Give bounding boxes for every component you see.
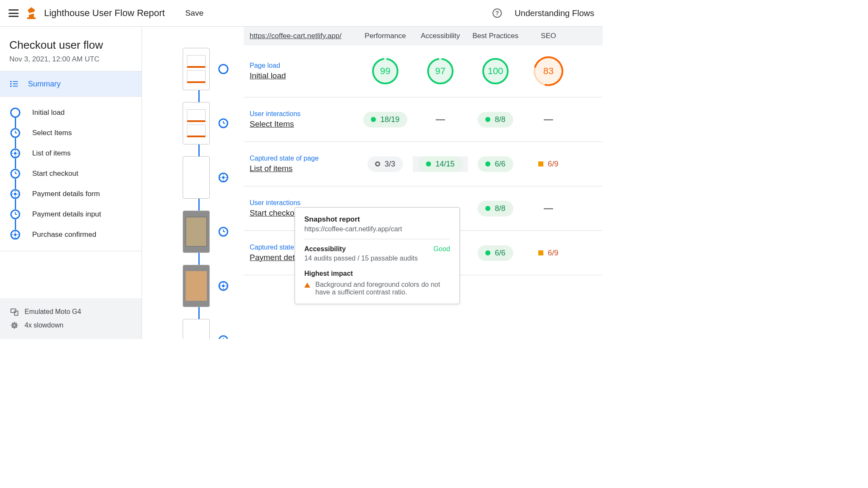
timespan-icon [218,227,228,237]
lighthouse-logo-icon [26,7,36,19]
score-cell[interactable]: 6/9 [523,245,574,261]
timespan-icon [10,169,20,179]
sidebar-summary[interactable]: Summary [0,72,142,96]
row-name[interactable]: List of items [250,164,358,173]
snapshot-icon [10,148,20,158]
svg-point-17 [14,193,17,195]
tooltip-category: Accessibility [304,245,346,253]
score-cell[interactable]: 18/19 [358,112,413,128]
svg-point-4 [10,83,12,85]
timeline-item[interactable] [157,319,228,339]
sidebar-step[interactable]: Initial load [10,103,136,123]
sidebar-step[interactable]: Select Items [10,123,136,143]
step-label: Select Items [32,129,72,137]
table-url[interactable]: https://coffee-cart.netlify.app/ [250,32,358,40]
score-cell[interactable]: 8/8 [468,201,523,216]
chip: 18/19 [363,112,407,128]
navigation-icon [10,108,20,118]
step-label: Payment details form [32,190,100,198]
col-seo: SEO [523,32,574,40]
tooltip-rating: Good [434,245,450,253]
timespan-icon [10,128,20,138]
environment-info: Emulated Moto G4 4x slowdown [0,298,142,339]
score-cell[interactable]: — [413,114,468,125]
snapshot-icon [218,172,228,183]
chip: 3/3 [367,156,403,172]
dash: — [544,203,553,214]
cpu-label: 4x slowdown [25,322,64,329]
score-cell[interactable]: 6/6 [468,245,523,261]
thumbnail [183,319,210,339]
save-button[interactable]: Save [185,8,203,18]
svg-point-40 [222,285,225,287]
tooltip-impact-label: Highest impact [304,270,450,277]
step-label: Payment details input [32,210,101,219]
timeline-item[interactable] [157,156,228,199]
score-cell[interactable]: — [523,114,574,125]
svg-rect-24 [14,311,18,315]
dash: — [436,114,445,125]
understanding-flows-link[interactable]: Understanding Flows [515,8,594,18]
col-accessibility: Accessibility [413,32,468,40]
sidebar-step[interactable]: Payment details form [10,184,136,204]
tooltip-title: Snapshot report [304,215,450,224]
table-row: Captured state of pageList of items3/314… [244,142,603,186]
help-icon[interactable]: ? [492,8,502,18]
col-best-practices: Best Practices [468,32,523,40]
score-cell[interactable]: 83 [523,58,574,84]
page-title: Lighthouse User Flow Report [44,8,165,19]
row-type: Captured state of page [250,155,358,162]
row-type: Page load [250,62,358,69]
chip: 6/6 [478,156,513,172]
chip: 6/6 [478,245,513,261]
row-type: User interactions [250,110,358,118]
thumbnail [183,211,210,253]
sidebar-step[interactable]: Purchase confirmed [10,225,136,245]
summary-table: https://coffee-cart.netlify.app/ Perform… [244,27,603,339]
svg-point-2 [10,81,12,83]
timeline-item[interactable] [157,211,228,253]
row-name[interactable]: Select Items [250,119,358,129]
menu-icon[interactable] [8,9,19,17]
sidebar: Checkout user flow Nov 3, 2021, 12:00 AM… [0,27,142,339]
timeline-item[interactable] [157,265,228,307]
score-cell[interactable]: 100 [468,58,523,84]
gauge: 97 [427,58,453,84]
tooltip-impact-text: Background and foreground colors do not … [315,281,450,296]
gauge: 100 [482,58,509,84]
snapshot-icon [218,281,228,291]
device-icon [10,308,19,316]
thumbnail [183,265,210,307]
chip: 8/8 [478,201,513,216]
tooltip-url: https://coffee-cart.netlify.app/cart [304,225,450,233]
timeline-item[interactable] [157,102,228,144]
sidebar-step[interactable]: List of items [10,143,136,164]
score-cell[interactable]: 97 [413,58,468,84]
thumbnail [183,48,210,90]
chip: 14/15 [418,156,462,172]
flow-title: Checkout user flow [9,39,132,52]
device-label: Emulated Moto G4 [25,308,81,316]
svg-rect-25 [12,323,17,327]
row-name[interactable]: Initial load [250,71,358,80]
sidebar-step[interactable]: Start checkout [10,164,136,184]
svg-point-6 [10,86,12,87]
score-cell[interactable]: 3/3 [358,156,413,172]
timeline-item[interactable] [157,48,228,90]
sidebar-step[interactable]: Payment details input [10,204,136,225]
score-cell[interactable]: 6/9 [523,156,574,172]
summary-label: Summary [28,80,61,89]
tooltip-audits: 14 audits passed / 15 passable audits [304,255,450,262]
chip: 6/9 [531,245,566,261]
step-label: List of items [32,149,71,158]
score-cell[interactable]: 6/6 [468,156,523,172]
gauge: 99 [372,58,398,84]
score-cell[interactable]: 99 [358,58,413,84]
topbar: Lighthouse User Flow Report Save ? Under… [0,0,603,27]
score-cell[interactable]: 8/8 [468,112,523,128]
score-cell[interactable]: — [523,203,574,214]
timespan-icon [10,209,20,219]
gauge: 83 [535,58,562,84]
score-cell[interactable]: 14/15 [413,156,468,172]
snapshot-icon [10,230,20,240]
